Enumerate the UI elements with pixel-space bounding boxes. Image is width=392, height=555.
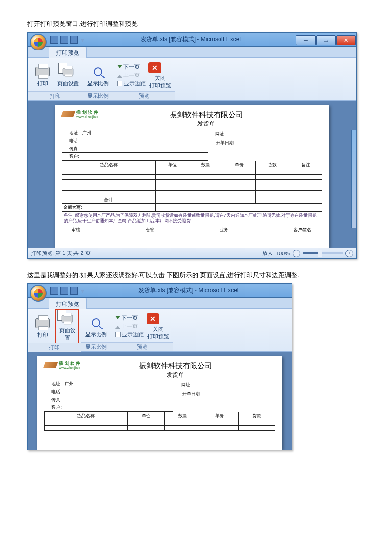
maximize-button[interactable]: ▭ [316,35,336,45]
print-button[interactable]: 打印 [31,63,54,87]
status-page: 打印预览: 第 1 页 共 2 页 [31,250,91,257]
window-title-2: 发货单.xls [兼容模式] - Microsoft Excel [85,286,292,295]
tab-print-preview[interactable]: 打印预览 [49,47,87,58]
prev-page-button-2: 上一页 [114,322,145,330]
doc-note: 备注: 感谢您使用本厂产品,为了保障双方利益,贵司收货后如有质量或数量问题,请在… [62,212,322,225]
caption-1: 打开打印预览窗口,进行打印调整和预览 [27,20,365,28]
window-title: 发货单.xls [兼容模式] - Microsoft Excel [85,35,296,44]
qat-undo-icon[interactable] [60,36,68,44]
prev-page-button: 上一页 [116,71,147,79]
group-label-zoom: 显示比例 [83,91,113,100]
tab-print-preview-2[interactable]: 打印预览 [49,298,87,309]
printer-icon [35,67,50,76]
quick-access-toolbar: ▾ [50,36,85,44]
checkbox-icon [117,81,122,86]
close-preview-button-2[interactable]: ✕ 关闭 打印预览 [147,312,170,340]
show-margins-checkbox-2[interactable]: 显示边距 [114,330,145,339]
zoom-in-button[interactable]: + [345,250,353,257]
magnifier-icon [94,67,102,76]
close-preview-button[interactable]: ✕ 关闭 打印预览 [148,61,172,89]
qat-redo-icon-2[interactable] [70,287,78,295]
arrow-up-icon [117,73,122,78]
zoom-slider[interactable] [303,252,343,254]
invoice-table: 货品名称单位数量单价货款备注 合计: 金额大写: [62,161,322,212]
print-button-2[interactable]: 打印 [31,315,54,339]
caption-2: 这里是我调整好的.如果大家还没调整好.可以点击 下图所示的 页面设置,进行打印尺… [27,271,365,279]
qat-redo-icon[interactable] [70,36,78,44]
excel-window-1: ▾ 发货单.xls [兼容模式] - Microsoft Excel ─ ▭ ✕… [27,32,357,259]
page-setup-button-highlighted[interactable]: 页面设置 [55,309,79,344]
office-button[interactable] [30,34,47,50]
pagesetup-icon [63,68,74,76]
next-page-button[interactable]: 下一页 [116,63,147,71]
company-logo: 插 划 软 件www.zhenjian [62,110,98,118]
close-x-icon: ✕ [148,62,161,73]
qat-undo-icon-2[interactable] [60,287,68,295]
doc-company-name: 振剑软件科技有限公司 [112,110,301,120]
page-setup-button[interactable]: 页面设置 [56,63,80,87]
zoom-out-button[interactable]: − [293,250,300,257]
zoom-button[interactable]: 显示比例 [86,63,110,87]
group-label-print: 打印 [28,91,83,100]
arrow-down-icon [117,65,122,70]
titlebar: ▾ 发货单.xls [兼容模式] - Microsoft Excel ─ ▭ ✕ [28,33,356,47]
minimize-button[interactable]: ─ [296,35,316,45]
status-bar: 打印预览: 第 1 页 共 2 页 放大 100% − + [28,248,356,258]
zoom-button-2[interactable]: 显示比例 [84,314,108,338]
excel-window-2: ▾ 发货单.xls [兼容模式] - Microsoft Excel 打印预览 … [27,283,292,450]
office-button-2[interactable] [30,285,47,302]
show-margins-checkbox[interactable]: 显示边距 [116,79,147,88]
next-page-button-2[interactable]: 下一页 [114,314,145,322]
doc-sheet-name: 发货单 [112,120,301,128]
qat-save-icon[interactable] [50,36,58,44]
close-window-button[interactable]: ✕ [336,35,356,45]
ribbon: 打印 页面设置 打印 显示比例 显示比例 下一页 [28,57,356,101]
preview-workspace: 插 划 软 件www.zhenjian 振剑软件科技有限公司 发货单 地址:广州… [28,101,356,248]
document-page: 插 划 软 件www.zhenjian 振剑软件科技有限公司 发货单 地址:广州… [55,105,329,248]
qat-save-icon-2[interactable] [50,287,58,295]
group-label-preview: 预览 [113,91,175,100]
